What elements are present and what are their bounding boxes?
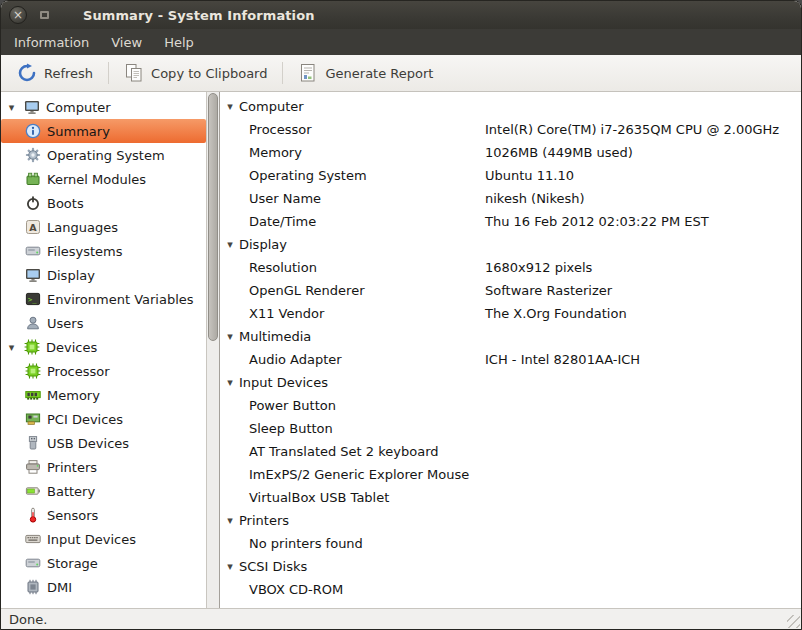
sidebar-item-devices[interactable]: ▾Devices [1,335,206,359]
scrollbar-thumb[interactable] [208,93,218,341]
row-vbox-cd-rom[interactable]: VBOX CD-ROM [220,578,801,601]
refresh-button[interactable]: Refresh [7,58,103,88]
expander-icon[interactable]: ▾ [224,101,236,112]
row-no-printers-found[interactable]: No printers found [220,532,801,555]
row-at-translated-set-2-keyboard[interactable]: AT Translated Set 2 keyboard [220,440,801,463]
report-icon [298,63,318,83]
row-power-button[interactable]: Power Button [220,394,801,417]
menu-view[interactable]: View [100,29,153,55]
expander-icon[interactable]: ▾ [5,102,18,113]
sidebar-tree: ▾ComputerSummaryOperating SystemKernel M… [1,92,206,608]
sidebar-item-printers[interactable]: Printers [1,455,206,479]
section-multimedia[interactable]: ▾Multimedia [220,325,801,348]
row-user-name[interactable]: User Namenikesh (Nikesh) [220,187,801,210]
battery-icon [25,483,41,499]
copy-icon [124,63,144,83]
field-value: Software Rasterizer [485,283,612,298]
sidebar-item-label: Environment Variables [47,292,194,307]
field-label: ImExPS/2 Generic Explorer Mouse [249,467,469,482]
field-label: X11 Vendor [249,306,324,321]
section-label: Printers [239,513,289,528]
sidebar-item-kernel-modules[interactable]: Kernel Modules [1,167,206,191]
section-label: Computer [239,99,304,114]
sidebar-item-summary[interactable]: Summary [1,119,206,143]
sidebar-item-memory[interactable]: Memory [1,383,206,407]
sidebar-item-dmi[interactable]: DMI [1,575,206,599]
sidebar-item-sensors[interactable]: Sensors [1,503,206,527]
row-processor[interactable]: ProcessorIntel(R) Core(TM) i7-2635QM CPU… [220,118,801,141]
sidebar-item-environment-variables[interactable]: >_Environment Variables [1,287,206,311]
window-title: Summary - System Information [83,8,315,23]
language-icon: A [25,219,41,235]
section-computer[interactable]: ▾Computer [220,95,801,118]
section-input-devices[interactable]: ▾Input Devices [220,371,801,394]
expander-icon[interactable]: ▾ [224,239,236,250]
expander-icon[interactable]: ▾ [224,561,236,572]
sidebar-item-display[interactable]: Display [1,263,206,287]
expander-icon[interactable]: ▾ [224,377,236,388]
toolbar-button-label: Copy to Clipboard [151,66,267,81]
row-ata-vbox-harddisk[interactable]: ATA VBOX HARDDISK [220,601,801,608]
close-icon[interactable]: × [9,6,27,24]
copy-to-clipboard-button[interactable]: Copy to Clipboard [114,58,277,88]
expander-icon[interactable]: ▾ [224,331,236,342]
sidebar-item-operating-system[interactable]: Operating System [1,143,206,167]
sidebar-item-input-devices[interactable]: Input Devices [1,527,206,551]
field-label: Processor [249,122,312,137]
usb-icon [25,435,41,451]
sidebar-item-label: Memory [47,388,100,403]
row-x11-vendor[interactable]: X11 VendorThe X.Org Foundation [220,302,801,325]
resize-grip-icon[interactable] [787,615,800,628]
sidebar-item-pci-devices[interactable]: PCI Devices [1,407,206,431]
sidebar-item-filesystems[interactable]: Filesystems [1,239,206,263]
field-label: Power Button [249,398,336,413]
sidebar-item-users[interactable]: Users [1,311,206,335]
sidebar-item-battery[interactable]: Battery [1,479,206,503]
row-imexps-2-generic-explorer-mouse[interactable]: ImExPS/2 Generic Explorer Mouse [220,463,801,486]
row-resolution[interactable]: Resolution1680x912 pixels [220,256,801,279]
sidebar-item-languages[interactable]: ALanguages [1,215,206,239]
chip-icon [24,339,40,355]
svg-text:A: A [29,222,37,233]
refresh-icon [17,63,37,83]
expander-icon[interactable]: ▾ [224,515,236,526]
toolbar-button-label: Refresh [44,66,93,81]
maximize-icon[interactable] [35,6,53,24]
field-value: Thu 16 Feb 2012 02:03:22 PM EST [485,214,709,229]
field-value: 1680x912 pixels [485,260,592,275]
menu-information[interactable]: Information [3,29,100,55]
sidebar-item-computer[interactable]: ▾Computer [1,95,206,119]
info-icon [25,123,41,139]
section-label: SCSI Disks [239,559,307,574]
field-value: 1026MB (449MB used) [485,145,633,160]
row-audio-adapter[interactable]: Audio AdapterICH - Intel 82801AA-ICH [220,348,801,371]
toolbar: RefreshCopy to ClipboardGenerate Report [1,55,801,92]
row-virtualbox-usb-tablet[interactable]: VirtualBox USB Tablet [220,486,801,509]
sidebar-scrollbar[interactable] [206,92,219,608]
row-operating-system[interactable]: Operating SystemUbuntu 11.10 [220,164,801,187]
computer-icon [24,99,40,115]
generate-report-button[interactable]: Generate Report [288,58,443,88]
menu-help[interactable]: Help [153,29,205,55]
section-printers[interactable]: ▾Printers [220,509,801,532]
section-display[interactable]: ▾Display [220,233,801,256]
sidebar-item-label: Computer [46,100,111,115]
field-label: No printers found [249,536,363,551]
field-label: VBOX CD-ROM [249,582,343,597]
expander-icon[interactable]: ▾ [5,342,18,353]
sidebar-item-label: Printers [47,460,97,475]
row-sleep-button[interactable]: Sleep Button [220,417,801,440]
row-date-time[interactable]: Date/TimeThu 16 Feb 2012 02:03:22 PM EST [220,210,801,233]
sidebar-item-processor[interactable]: Processor [1,359,206,383]
sidebar: ▾ComputerSummaryOperating SystemKernel M… [1,92,220,608]
titlebar[interactable]: × Summary - System Information [1,1,801,29]
section-scsi-disks[interactable]: ▾SCSI Disks [220,555,801,578]
sidebar-item-storage[interactable]: Storage [1,551,206,575]
sidebar-item-usb-devices[interactable]: USB Devices [1,431,206,455]
row-opengl-renderer[interactable]: OpenGL RendererSoftware Rasterizer [220,279,801,302]
sidebar-item-boots[interactable]: Boots [1,191,206,215]
row-memory[interactable]: Memory1026MB (449MB used) [220,141,801,164]
app-window: × Summary - System Information Informati… [0,0,802,630]
sidebar-item-label: Filesystems [47,244,123,259]
field-value: Intel(R) Core(TM) i7-2635QM CPU @ 2.00GH… [485,122,779,137]
